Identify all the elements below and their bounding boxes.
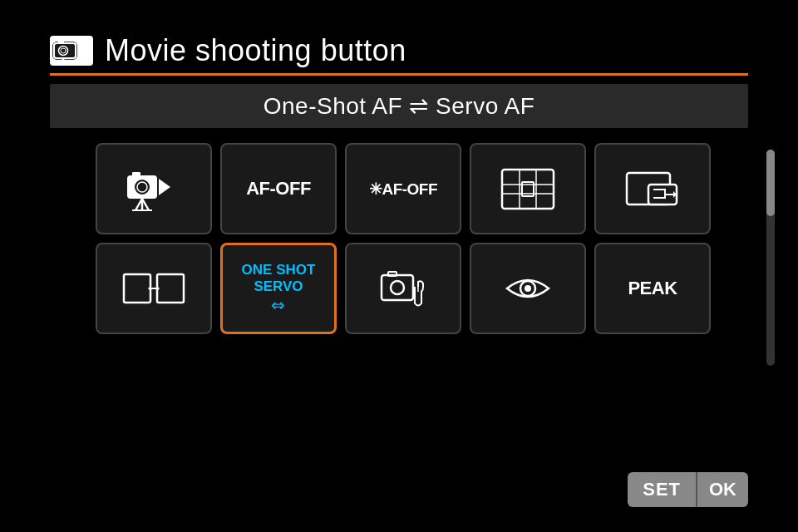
cell-touch-shutter[interactable] [345, 243, 461, 334]
cell-dual-frame[interactable] [96, 243, 212, 334]
peak-label: PEAK [628, 278, 677, 299]
ok-label: OK [696, 472, 748, 507]
svg-rect-36 [388, 272, 397, 276]
one-shot-servo-content: ONE SHOT SERVO ⇔ [242, 262, 316, 316]
servo-label: SERVO [254, 278, 303, 295]
svg-rect-6 [58, 41, 64, 43]
cell-af-off[interactable]: AF-OFF [220, 143, 337, 234]
cell-frame-switch[interactable] [594, 143, 711, 234]
svg-marker-15 [159, 179, 170, 195]
subtitle-bar: One-Shot AF ⇌ Servo AF [50, 84, 748, 128]
title-underline [50, 73, 748, 76]
svg-marker-7 [77, 46, 86, 56]
cell-star-af-off[interactable]: ✳AF-OFF [345, 143, 461, 234]
cell-movie-record[interactable] [96, 143, 212, 234]
svg-rect-30 [124, 274, 150, 303]
cell-grid-af[interactable] [470, 143, 586, 234]
cell-one-shot-servo[interactable]: ONE SHOT SERVO ⇔ [220, 243, 337, 334]
svg-point-40 [525, 285, 531, 292]
cell-eye-detect[interactable] [470, 243, 586, 334]
cell-peak[interactable]: PEAK [594, 243, 711, 334]
button-grid: AF-OFF ✳AF-OFF [96, 143, 702, 334]
star-af-off-label: ✳AF-OFF [369, 180, 437, 199]
scrollbar-thumb[interactable] [766, 150, 775, 216]
title-row: Movie shooting button [50, 33, 748, 68]
one-shot-label: ONE SHOT [242, 262, 316, 278]
switch-arrow-icon: ⇔ [271, 295, 285, 315]
svg-point-13 [137, 182, 147, 192]
subtitle-text: One-Shot AF ⇌ Servo AF [264, 93, 535, 119]
main-screen: Movie shooting button One-Shot AF ⇌ Serv… [0, 0, 798, 532]
svg-rect-35 [382, 275, 413, 300]
scrollbar[interactable] [766, 150, 775, 366]
page-title: Movie shooting button [105, 33, 406, 68]
set-button[interactable]: SET [628, 472, 696, 507]
svg-rect-20 [502, 170, 554, 209]
svg-point-37 [391, 281, 404, 294]
movie-shooting-icon [50, 36, 93, 66]
af-off-label: AF-OFF [246, 178, 311, 200]
set-ok-area: SET OK [628, 472, 748, 507]
svg-rect-31 [157, 274, 184, 303]
svg-rect-14 [132, 172, 140, 176]
